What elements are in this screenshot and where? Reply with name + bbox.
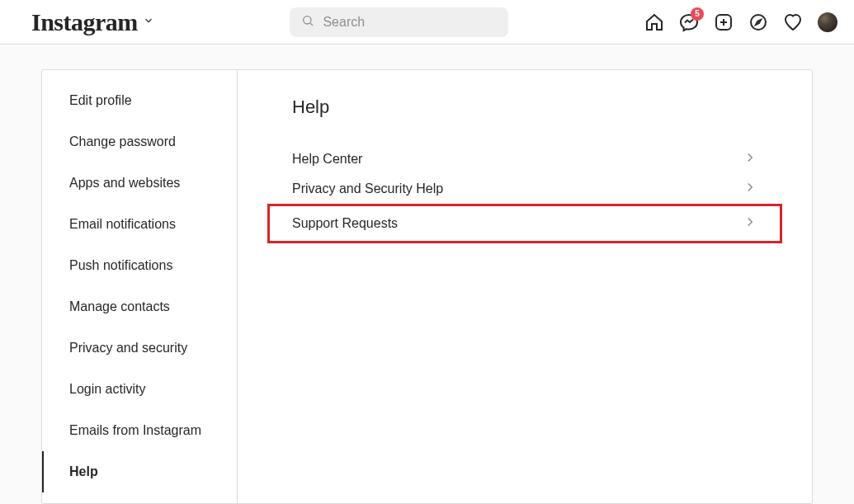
sidebar-item-label: Help	[69, 464, 98, 478]
messenger-icon[interactable]: 5	[679, 12, 699, 32]
help-row-label: Help Center	[292, 152, 362, 167]
help-row-privacy-security[interactable]: Privacy and Security Help	[292, 174, 757, 204]
chevron-down-icon	[143, 15, 154, 30]
search-placeholder: Search	[323, 15, 365, 30]
top-bar: Instagram Search 5	[0, 0, 854, 45]
explore-icon[interactable]	[748, 12, 768, 32]
search-wrap: Search	[290, 7, 508, 37]
chevron-right-icon	[743, 150, 757, 168]
svg-point-0	[304, 16, 311, 23]
notification-badge: 5	[691, 7, 704, 21]
sidebar-item-help[interactable]: Help	[42, 451, 237, 492]
sidebar-item-change-password[interactable]: Change password	[42, 121, 237, 163]
sidebar-item-label: Change password	[69, 134, 176, 148]
svg-line-1	[311, 23, 314, 26]
sidebar-item-label: Manage contacts	[69, 299, 170, 313]
sidebar-item-privacy-security[interactable]: Privacy and security	[42, 327, 237, 369]
highlight-annotation: Support Requests	[267, 204, 782, 243]
sidebar-item-label: Apps and websites	[69, 176, 180, 190]
search-input[interactable]: Search	[290, 7, 508, 37]
sidebar-item-edit-profile[interactable]: Edit profile	[42, 80, 237, 121]
sidebar-item-label: Push notifications	[69, 258, 172, 272]
sidebar-item-emails-instagram[interactable]: Emails from Instagram	[42, 410, 237, 451]
help-row-label: Privacy and Security Help	[292, 181, 443, 196]
svg-point-5	[751, 15, 766, 30]
sidebar-item-manage-contacts[interactable]: Manage contacts	[42, 286, 237, 327]
sidebar-item-email-notifications[interactable]: Email notifications	[42, 204, 237, 245]
nav-icons: 5	[644, 12, 837, 32]
help-row-support-requests[interactable]: Support Requests	[292, 206, 757, 241]
sidebar-item-push-notifications[interactable]: Push notifications	[42, 245, 237, 286]
settings-sidebar: Edit profile Change password Apps and we…	[42, 70, 238, 503]
chevron-right-icon	[743, 214, 757, 233]
sidebar-item-label: Privacy and security	[69, 341, 187, 355]
sidebar-item-apps-websites[interactable]: Apps and websites	[42, 163, 237, 204]
sidebar-item-label: Login activity	[69, 382, 146, 396]
new-post-icon[interactable]	[714, 12, 734, 32]
avatar-image	[818, 12, 837, 32]
help-list: Help Center Privacy and Security Help Su…	[292, 144, 757, 243]
search-icon	[301, 14, 314, 31]
sidebar-item-label: Email notifications	[69, 217, 176, 231]
brand-wrap[interactable]: Instagram	[31, 8, 154, 36]
page-title: Help	[292, 97, 757, 118]
brand-logo: Instagram	[31, 8, 138, 36]
sidebar-item-label: Emails from Instagram	[69, 423, 201, 437]
help-row-label: Support Requests	[292, 216, 398, 231]
svg-marker-6	[756, 20, 761, 25]
sidebar-item-label: Edit profile	[69, 93, 132, 107]
home-icon[interactable]	[644, 12, 664, 32]
profile-avatar[interactable]	[818, 12, 837, 32]
main-panel: Help Help Center Privacy and Security He…	[238, 70, 812, 503]
settings-container: Edit profile Change password Apps and we…	[41, 69, 813, 504]
activity-icon[interactable]	[783, 12, 803, 32]
sidebar-item-login-activity[interactable]: Login activity	[42, 369, 237, 410]
chevron-right-icon	[743, 180, 757, 198]
help-row-help-center[interactable]: Help Center	[292, 144, 757, 174]
